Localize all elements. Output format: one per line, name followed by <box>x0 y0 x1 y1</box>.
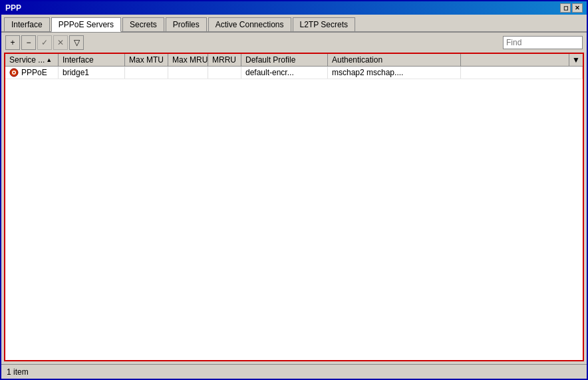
col-header-default-profile[interactable]: Default Profile <box>241 54 328 66</box>
title-bar: PPP ◻ ✕ <box>1 1 587 15</box>
table-header: Service ... ▲ Interface Max MTU Max MRU … <box>5 54 583 67</box>
up-button[interactable]: ✓ <box>37 35 52 50</box>
table-row[interactable]: PPPoE bridge1 default-encr... mschap2 ms… <box>5 67 583 79</box>
tab-interface[interactable]: Interface <box>4 17 50 31</box>
cell-extra <box>461 67 583 79</box>
pppoe-icon <box>9 68 19 77</box>
main-window: PPP ◻ ✕ Interface PPPoE Servers Secrets … <box>0 0 588 380</box>
col-header-service[interactable]: Service ... ▲ <box>5 54 59 66</box>
tabs-container: Interface PPPoE Servers Secrets Profiles… <box>1 15 587 33</box>
restore-button[interactable]: ◻ <box>560 3 571 13</box>
tab-pppoe-servers[interactable]: PPPoE Servers <box>51 17 121 32</box>
cell-maxmru <box>168 67 208 79</box>
filter-button[interactable]: ▽ <box>69 35 84 50</box>
col-header-mrru[interactable]: MRRU <box>208 54 241 66</box>
window-title: PPP <box>5 3 21 13</box>
col-header-authentication[interactable]: Authentication <box>328 54 461 66</box>
cell-mrru <box>208 67 241 79</box>
col-header-interface[interactable]: Interface <box>59 54 125 66</box>
column-dropdown-arrow[interactable]: ▼ <box>569 54 583 66</box>
title-bar-buttons: ◻ ✕ <box>560 3 583 13</box>
toolbar: + − ✓ ✕ ▽ <box>1 33 587 53</box>
cell-interface: bridge1 <box>59 67 125 79</box>
status-text: 1 item <box>7 367 29 377</box>
find-container <box>503 36 583 49</box>
svg-point-2 <box>13 72 15 74</box>
tab-secrets[interactable]: Secrets <box>122 17 164 31</box>
cell-default-profile: default-encr... <box>241 67 328 79</box>
tab-profiles[interactable]: Profiles <box>166 17 207 31</box>
sort-icon: ▲ <box>46 57 52 63</box>
col-header-maxmru[interactable]: Max MRU <box>168 54 208 66</box>
cell-authentication: mschap2 mschap.... <box>328 67 461 79</box>
cell-service: PPPoE <box>5 67 59 79</box>
col-header-extra: ▼ <box>461 54 583 66</box>
status-bar: 1 item <box>1 364 587 379</box>
close-button[interactable]: ✕ <box>572 3 583 13</box>
cell-maxmtu <box>125 67 168 79</box>
down-button[interactable]: ✕ <box>53 35 68 50</box>
tab-active-connections[interactable]: Active Connections <box>208 17 291 31</box>
add-button[interactable]: + <box>5 35 20 50</box>
remove-button[interactable]: − <box>21 35 36 50</box>
col-header-maxmtu[interactable]: Max MTU <box>125 54 168 66</box>
tab-l2tp-secrets[interactable]: L2TP Secrets <box>293 17 355 31</box>
content-area: Service ... ▲ Interface Max MTU Max MRU … <box>4 53 584 361</box>
find-input[interactable] <box>503 36 583 49</box>
